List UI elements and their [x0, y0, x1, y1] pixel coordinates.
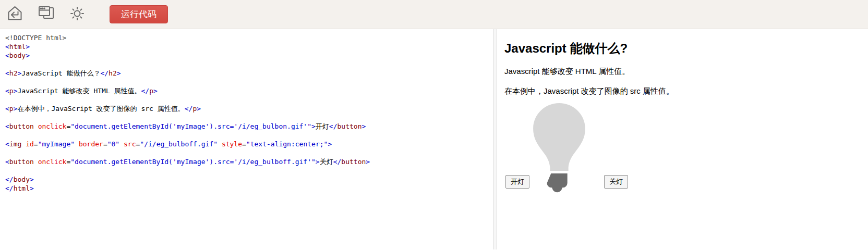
preview-heading: Javascript 能做什么? [504, 40, 861, 57]
code-token [34, 122, 38, 130]
code-line [5, 148, 493, 157]
code-token: onclick [38, 158, 67, 166]
code-line: <body> [5, 51, 493, 60]
code-token: JavaScript 能做什么？ [21, 69, 100, 77]
code-editor[interactable]: <!DOCTYPE html><html><body> <h2>JavaScri… [0, 29, 493, 249]
code-token [218, 140, 222, 148]
code-line: <!DOCTYPE html> [5, 33, 493, 42]
code-line: <p>JavaScript 能够改变 HTML 属性值。</p> [5, 86, 493, 95]
code-token: button [9, 122, 34, 130]
code-token: 关灯 [320, 158, 333, 166]
code-token: > [30, 176, 34, 183]
brightness-button[interactable] [68, 5, 87, 24]
code-line [5, 60, 493, 69]
code-token: JavaScript 能够改变 HTML 属性值。 [17, 87, 141, 95]
code-token: </ [5, 184, 14, 192]
code-token: button [9, 158, 34, 166]
code-token: = [103, 140, 107, 148]
code-token: < [5, 43, 9, 51]
code-token: img [9, 140, 21, 148]
code-line: </body> [5, 175, 493, 184]
code-token: p [149, 87, 153, 95]
result-preview: Javascript 能做什么? Javascript 能够改变 HTML 属性… [497, 29, 868, 249]
code-line: <p>在本例中，JavaScript 改变了图像的 src 属性值。</p> [5, 104, 493, 113]
turn-off-button[interactable]: 关灯 [604, 175, 628, 189]
code-token [119, 140, 124, 148]
code-token: > [197, 105, 201, 113]
code-line: <img id="myImage" border="0" src="/i/eg_… [5, 140, 493, 148]
code-token: < [5, 52, 9, 59]
main-split: <!DOCTYPE html><html><body> <h2>JavaScri… [0, 29, 868, 249]
bulb-glass [533, 103, 585, 171]
code-token: </ [329, 122, 337, 130]
preview-paragraph-2: 在本例中，Javascript 改变了图像的 src 属性值。 [504, 86, 861, 96]
code-token: id [26, 140, 34, 148]
code-line [5, 113, 493, 122]
code-token: > [26, 52, 30, 59]
code-token: p [9, 87, 14, 95]
code-token [75, 140, 79, 148]
code-token: > [328, 140, 332, 148]
code-token: < [5, 140, 9, 148]
code-token: "0" [107, 140, 119, 148]
code-token: > [26, 43, 30, 51]
code-token: = [242, 140, 246, 148]
code-token: </ [333, 158, 342, 166]
code-token: < [5, 87, 9, 95]
code-token: > [316, 158, 320, 166]
code-line: <html> [5, 42, 493, 51]
code-token: "text-align:center;" [246, 140, 328, 148]
code-token: button [337, 122, 362, 130]
code-token: 开灯 [316, 122, 329, 130]
code-token [21, 140, 26, 148]
bulb-demo-row: 开灯 关灯 [504, 103, 861, 195]
home-back-icon [6, 5, 23, 24]
code-token: < [5, 69, 9, 77]
code-line [5, 166, 493, 175]
code-token: < [5, 105, 9, 113]
code-token: "document.getElementById('myImage').src=… [70, 122, 311, 130]
code-line: <button onclick="document.getElementById… [5, 157, 493, 166]
code-line [5, 131, 493, 140]
home-back-button[interactable] [5, 5, 24, 24]
brightness-icon [68, 4, 87, 25]
code-token: </ [100, 69, 108, 77]
panel-divider[interactable] [493, 29, 497, 249]
code-line: </html> [5, 184, 493, 193]
code-token: > [117, 69, 121, 77]
code-token: > [361, 122, 366, 130]
code-token: > [153, 87, 158, 95]
code-token: <!DOCTYPE html> [5, 34, 66, 42]
code-token: = [34, 140, 38, 148]
code-line [5, 78, 493, 86]
code-token: > [366, 158, 370, 166]
code-token: style [222, 140, 242, 148]
code-token: </ [141, 87, 150, 95]
code-token: p [9, 105, 14, 113]
code-token: </ [185, 105, 193, 113]
code-token: h2 [108, 69, 117, 77]
code-token: h2 [9, 69, 18, 77]
code-token: html [9, 43, 26, 51]
code-line [5, 95, 493, 104]
code-token: < [5, 122, 9, 130]
code-token: </ [5, 176, 14, 183]
code-token: onclick [38, 122, 67, 130]
preview-paragraph-1: Javascript 能够改变 HTML 属性值。 [504, 67, 861, 77]
turn-on-button[interactable]: 开灯 [505, 175, 529, 189]
code-token: body [14, 176, 30, 183]
code-token: "myImage" [38, 140, 75, 148]
code-token [34, 158, 38, 166]
code-token: < [5, 158, 9, 166]
code-token: html [14, 184, 30, 192]
run-code-button[interactable]: 运行代码 [110, 5, 168, 23]
code-token: body [9, 52, 26, 59]
layout-button[interactable] [37, 5, 55, 24]
code-token: src [124, 140, 136, 148]
code-token: button [341, 158, 366, 166]
code-line: <button onclick="document.getElementById… [5, 122, 493, 131]
code-line: <h2>JavaScript 能做什么？</h2> [5, 69, 493, 78]
code-token: > [311, 122, 316, 130]
bulb-base [547, 173, 568, 192]
code-token: border [79, 140, 103, 148]
